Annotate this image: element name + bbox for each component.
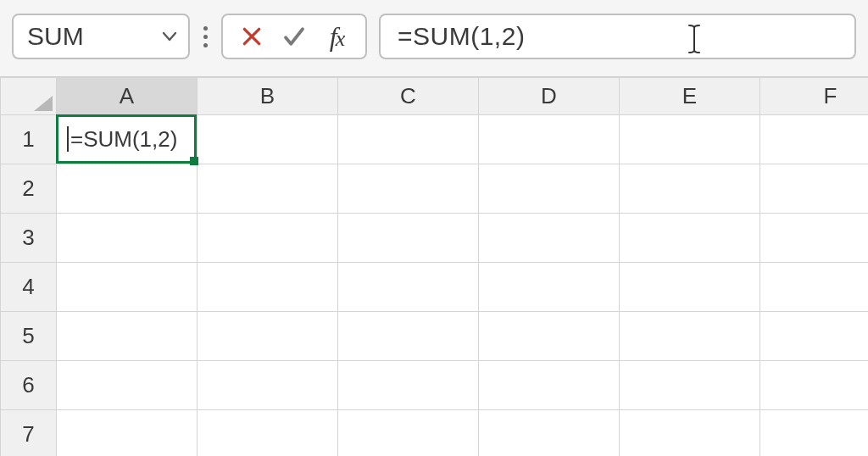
cell-C5[interactable] — [338, 312, 479, 361]
cell-F6[interactable] — [760, 361, 869, 410]
row-header-1[interactable]: 1 — [1, 115, 57, 164]
row-header-5[interactable]: 5 — [1, 312, 57, 361]
cell-B1[interactable] — [198, 115, 338, 164]
confirm-icon[interactable] — [281, 23, 308, 50]
cancel-icon[interactable] — [238, 23, 265, 50]
cell-A7[interactable] — [57, 410, 198, 457]
cell-F2[interactable] — [760, 164, 869, 214]
cell-E7[interactable] — [620, 410, 760, 457]
cell-E5[interactable] — [620, 312, 760, 361]
cell-F5[interactable] — [760, 312, 869, 361]
spreadsheet-grid[interactable]: A B C D E F 1 =SUM(1,2) 2 — [0, 76, 868, 456]
cell-D4[interactable] — [479, 263, 620, 312]
name-box[interactable]: SUM — [12, 14, 190, 59]
separator-dots-icon — [202, 26, 209, 47]
row-header-7[interactable]: 7 — [1, 410, 57, 457]
cell-C1[interactable] — [338, 115, 479, 164]
chevron-down-icon[interactable] — [161, 28, 178, 45]
cell-A1-value: =SUM(1,2) — [70, 126, 177, 152]
column-header-E[interactable]: E — [620, 78, 760, 115]
insert-function-button[interactable]: fx — [323, 23, 350, 50]
cell-C6[interactable] — [338, 361, 479, 410]
column-header-F[interactable]: F — [760, 78, 869, 115]
cell-B5[interactable] — [198, 312, 338, 361]
fx-icon: fx — [330, 21, 343, 53]
cell-D6[interactable] — [479, 361, 620, 410]
cell-B3[interactable] — [198, 214, 338, 263]
cell-F3[interactable] — [760, 214, 869, 263]
row-header-2[interactable]: 2 — [1, 164, 57, 214]
cell-A2[interactable] — [57, 164, 198, 214]
formula-input-value: =SUM(1,2) — [398, 22, 525, 51]
cell-E2[interactable] — [620, 164, 760, 214]
cell-B6[interactable] — [198, 361, 338, 410]
cell-D7[interactable] — [479, 410, 620, 457]
row-header-3[interactable]: 3 — [1, 214, 57, 263]
cell-D5[interactable] — [479, 312, 620, 361]
cell-C3[interactable] — [338, 214, 479, 263]
name-box-value: SUM — [27, 22, 84, 51]
cell-F7[interactable] — [760, 410, 869, 457]
cell-F4[interactable] — [760, 263, 869, 312]
cell-E4[interactable] — [620, 263, 760, 312]
row-header-6[interactable]: 6 — [1, 361, 57, 410]
cell-C2[interactable] — [338, 164, 479, 214]
cell-D2[interactable] — [479, 164, 620, 214]
cell-A1[interactable]: =SUM(1,2) — [57, 115, 198, 164]
cell-B7[interactable] — [198, 410, 338, 457]
cell-C7[interactable] — [338, 410, 479, 457]
cell-B2[interactable] — [198, 164, 338, 214]
cell-E6[interactable] — [620, 361, 760, 410]
cell-C4[interactable] — [338, 263, 479, 312]
column-header-B[interactable]: B — [198, 78, 338, 115]
cell-F1[interactable] — [760, 115, 869, 164]
cell-A4[interactable] — [57, 263, 198, 312]
formula-controls-group: fx — [221, 14, 367, 59]
text-cursor-icon — [687, 24, 702, 54]
cell-E1[interactable] — [620, 115, 760, 164]
select-all-corner[interactable] — [1, 78, 57, 115]
formula-bar-row: SUM fx =SUM(1,2) — [0, 0, 868, 76]
column-header-C[interactable]: C — [338, 78, 479, 115]
cell-D3[interactable] — [479, 214, 620, 263]
column-header-D[interactable]: D — [479, 78, 620, 115]
cell-A6[interactable] — [57, 361, 198, 410]
cell-A5[interactable] — [57, 312, 198, 361]
formula-input[interactable]: =SUM(1,2) — [379, 14, 856, 59]
column-header-A[interactable]: A — [57, 78, 198, 115]
cell-B4[interactable] — [198, 263, 338, 312]
cell-A3[interactable] — [57, 214, 198, 263]
edit-caret-icon — [67, 126, 69, 152]
cell-E3[interactable] — [620, 214, 760, 263]
grid-table: A B C D E F 1 =SUM(1,2) 2 — [0, 77, 868, 456]
row-header-4[interactable]: 4 — [1, 263, 57, 312]
cell-D1[interactable] — [479, 115, 620, 164]
